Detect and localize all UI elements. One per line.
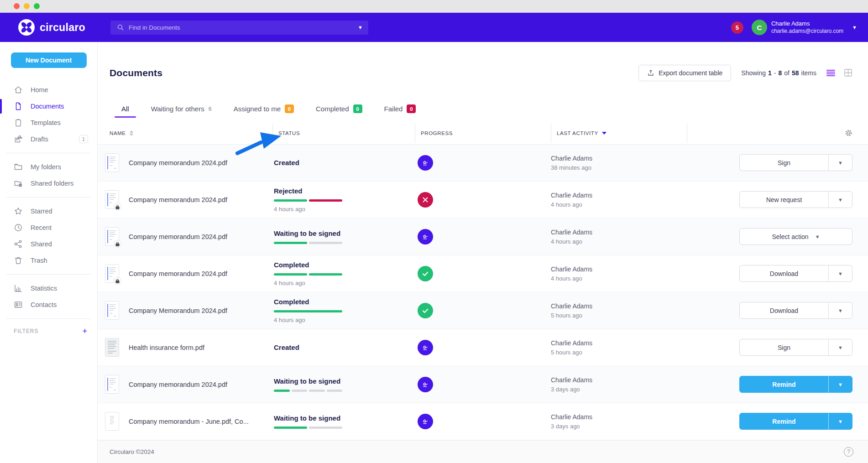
table-row[interactable]: Company memorandum 2024.pdfWaiting to be…: [98, 366, 868, 403]
action-dropdown-caret[interactable]: ▼: [828, 302, 852, 318]
global-search[interactable]: ▼: [110, 21, 368, 35]
sidebar-item-shared[interactable]: Shared: [0, 236, 97, 252]
tab-all[interactable]: All: [121, 105, 129, 113]
progress-bar-segment: [274, 242, 307, 244]
star-icon: [14, 207, 23, 216]
progress-bar-segment: [292, 390, 308, 392]
export-document-table-button[interactable]: Export document table: [638, 65, 731, 81]
showing-items-count: Showing1-8of58items: [741, 69, 816, 77]
document-name[interactable]: Company Memorandum 2024.pdf: [129, 307, 227, 314]
table-row[interactable]: Health insurance form.pdfCreatedCharlie …: [98, 329, 868, 366]
sidebar-item-documents[interactable]: Documents: [0, 98, 97, 114]
shared-folder-icon: [14, 179, 23, 188]
status-text: Rejected: [274, 187, 415, 195]
column-header-last-activity[interactable]: LAST ACTIVITY: [551, 124, 687, 142]
last-activity-time: 3 days ago: [551, 386, 687, 393]
sidebar-item-statistics[interactable]: Statistics: [0, 280, 97, 297]
user-menu[interactable]: C Charlie Adams charlie.adams@circularo.…: [752, 20, 857, 35]
sidebar-item-home[interactable]: Home: [0, 82, 97, 98]
check-icon: [418, 266, 433, 281]
progress-bar: [274, 390, 342, 392]
tab-failed[interactable]: Failed0: [384, 104, 416, 113]
user-avatar: C: [752, 20, 767, 35]
action-dropdown-caret[interactable]: ▼: [828, 155, 852, 171]
sidebar-item-starred[interactable]: Starred: [0, 203, 97, 219]
sign-button[interactable]: Sign▼: [739, 339, 852, 356]
page-footer: Circularo ©2024 ?: [98, 440, 868, 463]
last-activity-actor: Charlie Adams: [551, 302, 687, 310]
sidebar-item-drafts[interactable]: Drafts1: [0, 131, 97, 147]
sidebar-item-recent[interactable]: Recent: [0, 219, 97, 236]
sidebar-item-contacts[interactable]: Contacts: [0, 297, 97, 313]
tab-badge: 0: [407, 104, 416, 113]
table-row[interactable]: Company memorandum 2024.pdfCreatedCharli…: [98, 145, 868, 182]
document-name[interactable]: Company memorandum 2024.pdf: [129, 196, 227, 203]
progress-bar-segment: [309, 242, 342, 244]
sidebar-item-label: Home: [31, 86, 48, 94]
remind-button[interactable]: Remind▼: [739, 413, 852, 430]
table-row[interactable]: Company memorandum 2024.pdfRejected4 hou…: [98, 182, 868, 218]
last-activity-actor: Charlie Adams: [551, 229, 687, 236]
action-dropdown-caret[interactable]: ▼: [828, 376, 852, 392]
minimize-window-button[interactable]: [24, 3, 30, 9]
grid-view-icon[interactable]: [844, 69, 852, 77]
select-action-button[interactable]: Select action▼: [739, 228, 852, 245]
download-button[interactable]: Download▼: [739, 302, 852, 319]
document-name[interactable]: Company memorandum 2024.pdf: [129, 270, 227, 277]
sidebar-item-label: Shared folders: [31, 180, 73, 187]
document-name[interactable]: Company memorandum 2024.pdf: [129, 159, 227, 166]
action-dropdown-caret[interactable]: ▼: [828, 265, 852, 281]
sidebar-divider: [6, 197, 91, 198]
close-window-button[interactable]: [14, 3, 20, 9]
new-request-button[interactable]: New request▼: [739, 191, 852, 208]
brand-name: circularo: [40, 21, 85, 34]
table-row[interactable]: Company memorandum - June.pdf, Co...Wait…: [98, 403, 868, 440]
action-button-label: Sign: [778, 159, 790, 166]
brand-logo[interactable]: circularo: [18, 19, 98, 36]
download-button[interactable]: Download▼: [739, 265, 852, 282]
lock-icon: [114, 240, 121, 248]
trash-icon: [14, 256, 23, 265]
search-scope-caret-icon[interactable]: ▼: [358, 25, 363, 30]
document-name[interactable]: Company memorandum - June.pdf, Co...: [129, 418, 249, 425]
document-thumbnail-icon: [105, 301, 119, 320]
new-document-button[interactable]: New Document: [11, 52, 87, 68]
list-view-icon[interactable]: [826, 69, 835, 77]
sidebar-item-templates[interactable]: Templates: [0, 114, 97, 131]
table-row[interactable]: Company memorandum 2024.pdfWaiting to be…: [98, 218, 868, 255]
tab-assigned-to-me[interactable]: Assigned to me0: [234, 104, 294, 113]
user-email: charlie.adams@circularo.com: [771, 28, 843, 35]
tab-waiting-for-others[interactable]: Waiting for others6: [151, 105, 212, 113]
sidebar-item-label: Recent: [31, 224, 52, 231]
filters-label: FILTERS: [14, 328, 38, 334]
action-dropdown-caret[interactable]: ▼: [828, 413, 852, 429]
table-row[interactable]: Company memorandum 2024.pdfCompleted4 ho…: [98, 255, 868, 292]
search-input[interactable]: [129, 24, 358, 31]
document-icon: [14, 102, 23, 111]
tab-completed[interactable]: Completed0: [316, 104, 362, 113]
maximize-window-button[interactable]: [34, 3, 40, 9]
table-settings-gear-icon[interactable]: [845, 129, 852, 137]
document-name[interactable]: Company memorandum 2024.pdf: [129, 233, 227, 240]
sidebar-item-my-folders[interactable]: My folders: [0, 159, 97, 175]
sign-button[interactable]: Sign▼: [739, 154, 852, 171]
remind-button[interactable]: Remind▼: [739, 376, 852, 393]
tab-label: All: [121, 105, 129, 113]
progress-bar-segment: [274, 427, 307, 429]
action-dropdown-caret[interactable]: ▼: [828, 192, 852, 208]
table-row[interactable]: Company Memorandum 2024.pdfCompleted4 ho…: [98, 292, 868, 329]
add-filter-plus-icon[interactable]: +: [82, 327, 87, 335]
document-name[interactable]: Health insurance form.pdf: [129, 344, 204, 351]
action-dropdown-caret[interactable]: ▼: [828, 339, 852, 355]
column-header-status[interactable]: STATUS: [272, 124, 415, 142]
table-header: NAME STATUS PROGRESS LAST ACTIVITY: [98, 122, 868, 145]
notification-badge[interactable]: 5: [731, 21, 743, 34]
filters-section: FILTERS +: [0, 323, 97, 335]
sidebar-item-trash[interactable]: Trash: [0, 252, 97, 269]
sidebar-item-shared-folders[interactable]: Shared folders: [0, 175, 97, 192]
help-icon[interactable]: ?: [844, 447, 853, 457]
document-name[interactable]: Company memorandum 2024.pdf: [129, 381, 227, 388]
sidebar: New Document HomeDocumentsTemplatesDraft…: [0, 42, 98, 463]
column-header-name[interactable]: NAME: [98, 124, 272, 142]
column-header-progress[interactable]: PROGRESS: [415, 124, 551, 142]
